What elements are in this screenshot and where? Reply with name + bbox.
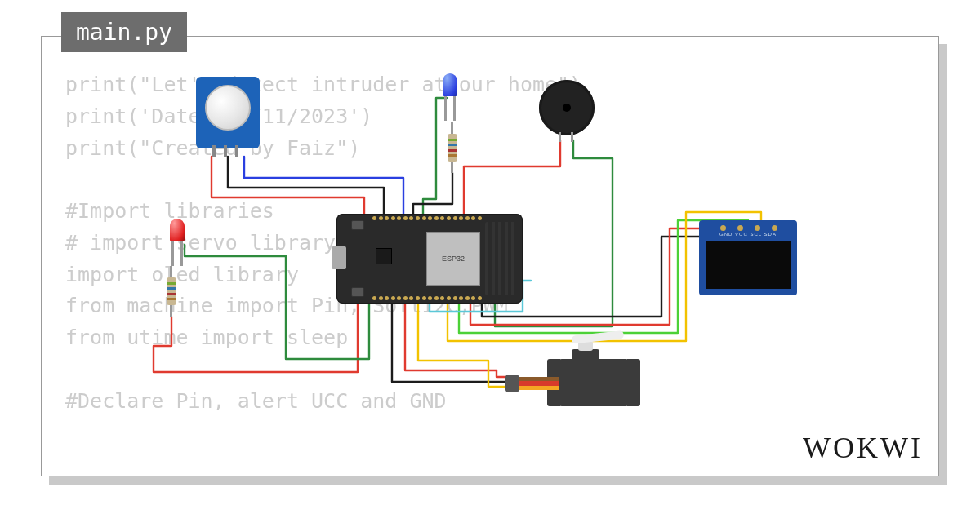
wokwi-logo: WOKWI bbox=[803, 431, 923, 465]
esp32-pins-top bbox=[372, 216, 482, 221]
file-tab[interactable]: main.py bbox=[61, 12, 187, 52]
esp32-pins-bottom bbox=[372, 296, 482, 301]
wokwi-logo-text: WOKWI bbox=[803, 432, 923, 464]
led-bulb-icon bbox=[170, 219, 185, 241]
oled-screen bbox=[706, 241, 791, 289]
esp32-shield: ESP32 bbox=[426, 232, 480, 286]
pir-motion-sensor[interactable] bbox=[196, 77, 260, 148]
resistor-blue-led[interactable] bbox=[448, 134, 457, 162]
led-legs bbox=[172, 241, 183, 266]
resistor-body bbox=[448, 134, 457, 162]
servo-cable bbox=[518, 377, 559, 390]
oled-pin-labels: GND VCC SCL SDA bbox=[699, 232, 797, 237]
pir-pins bbox=[212, 145, 238, 157]
servo-mount-right bbox=[627, 359, 640, 406]
buzzer-pins bbox=[559, 132, 573, 142]
esp32-devkit[interactable]: ESP32 bbox=[336, 214, 523, 304]
servo-body bbox=[559, 359, 629, 406]
sg90-servo[interactable] bbox=[559, 359, 629, 406]
oled-board: GND VCC SCL SDA bbox=[699, 220, 797, 295]
esp-button-boot[interactable] bbox=[351, 287, 364, 297]
servo-gearbox bbox=[572, 349, 599, 361]
buzzer-body-icon bbox=[539, 80, 595, 135]
servo-horn-icon bbox=[572, 330, 625, 344]
usb-port-icon bbox=[332, 246, 346, 269]
led-blue[interactable] bbox=[443, 73, 457, 96]
servo-connector bbox=[505, 375, 519, 392]
led-bulb-icon bbox=[443, 73, 457, 96]
resistor-red-led[interactable] bbox=[167, 277, 176, 305]
circuit-canvas[interactable]: ESP32 GND VCC SCL SDA bbox=[41, 36, 939, 476]
oled-header-pins bbox=[720, 225, 777, 231]
ssd1306-oled[interactable]: GND VCC SCL SDA bbox=[699, 220, 797, 295]
buzzer[interactable] bbox=[539, 80, 595, 135]
esp32-chip-label: ESP32 bbox=[442, 255, 465, 263]
file-tab-label: main.py bbox=[76, 19, 172, 46]
esp-smd-chip bbox=[376, 248, 392, 264]
esp32-board: ESP32 bbox=[336, 214, 523, 304]
pir-dome-icon bbox=[205, 85, 251, 131]
esp32-antenna-icon bbox=[485, 222, 518, 295]
led-legs bbox=[444, 96, 456, 121]
pir-body bbox=[196, 77, 260, 148]
led-red[interactable] bbox=[170, 219, 185, 241]
esp-button-en[interactable] bbox=[351, 220, 364, 230]
resistor-body bbox=[167, 277, 176, 305]
